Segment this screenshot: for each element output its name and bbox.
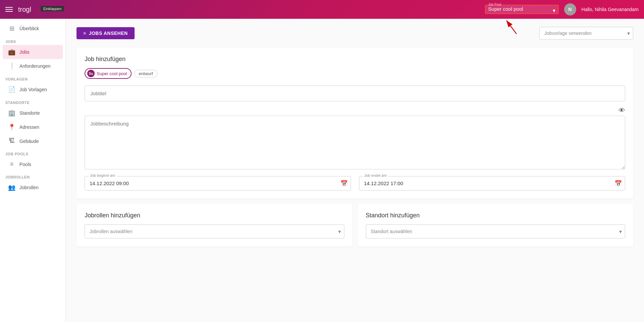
job-end-wrapper: Job endet am 📅 [359, 176, 626, 191]
jobrollen-select[interactable]: Jobrollen auswählen [85, 224, 344, 238]
sidebar-item-label: Adressen [19, 124, 39, 130]
sidebar-section-jobrollen: JOBROLLEN [0, 171, 65, 180]
standort-title: Standort hinzufügen [366, 212, 626, 219]
app-logo: trogl [18, 6, 31, 13]
sidebar-item-label: Jobrollen [19, 185, 39, 190]
job-pool-label: Job Pool [488, 3, 501, 6]
jobs-icon: 💼 [8, 48, 15, 56]
overview-icon: ⊞ [8, 25, 15, 32]
tag-pool: Su Super cool pool [85, 68, 132, 79]
sidebar-item-overview[interactable]: ⊞ Überblick [3, 21, 63, 36]
sidebar-item-label: Pools [19, 162, 31, 167]
tag-pool-avatar: Su [87, 70, 95, 77]
hamburger-icon[interactable] [5, 7, 13, 12]
sidebar-item-label: Anforderungen [19, 63, 51, 69]
sidebar-item-label: Jobs [19, 49, 30, 55]
sidebar-item-label: Gebäude [19, 139, 39, 144]
standort-card: Standort hinzufügen Standort auswählen ▾ [358, 204, 634, 247]
sidebar-section-job-pools: JOB POOLS [0, 148, 65, 157]
eye-icon-wrapper: 👁 [85, 107, 625, 114]
sidebar: ⊞ Überblick JOBS 💼 Jobs ❕ Anforderungen … [0, 19, 66, 322]
job-vorlagen-icon: 📄 [8, 86, 15, 93]
sidebar-item-anforderungen[interactable]: ❕ Anforderungen [3, 59, 63, 73]
calendar-end-icon[interactable]: 📅 [614, 180, 622, 187]
tags-row: Su Super cool pool entwurf [85, 68, 625, 79]
tag-entwurf: entwurf [134, 70, 157, 77]
header-left: trogl Einklappen [5, 5, 68, 14]
header: trogl Einklappen Job Pool Super cool poo… [0, 0, 644, 19]
sidebar-item-job-vorlagen[interactable]: 📄 Job Vorlagen [3, 83, 63, 97]
sidebar-item-adressen[interactable]: 📍 Adressen [3, 120, 63, 134]
job-start-wrapper: Job beginnt am 📅 [85, 176, 351, 191]
jobs-ansehen-button[interactable]: ≡ JOBS ANSEHEN [77, 27, 135, 39]
sidebar-section-vorlagen: VORLAGEN [0, 73, 65, 83]
sidebar-item-label: Standorte [19, 110, 40, 116]
job-start-input[interactable] [85, 176, 351, 191]
job-pool-select[interactable]: Super cool pool [488, 6, 555, 12]
jobbeschreibung-input[interactable] [85, 116, 625, 169]
sidebar-item-jobrollen[interactable]: 👥 Jobrollen [3, 180, 63, 195]
sidebar-item-standorte[interactable]: 🏢 Standorte [3, 106, 63, 120]
bottom-cards-row: Jobrollen hinzufügen Jobrollen auswählen… [77, 204, 633, 247]
jobvorlage-wrapper: Jobvorlage verwenden ▾ [539, 27, 633, 40]
dates-row: Job beginnt am 📅 Job endet am 📅 [85, 176, 625, 191]
job-end-input[interactable] [359, 176, 626, 191]
header-right: Job Pool Super cool pool ▾ N Hallo, Nihi… [485, 3, 639, 15]
pools-icon: ≡ [8, 161, 15, 168]
anforderungen-icon: ❕ [8, 62, 15, 70]
preview-eye-icon[interactable]: 👁 [618, 107, 625, 114]
sidebar-item-label: Überblick [19, 26, 39, 31]
form-title: Job hinzufügen [85, 56, 625, 63]
sidebar-item-gebaeude[interactable]: 🏗 Gebäude [3, 134, 63, 148]
gebaeude-icon: 🏗 [8, 138, 15, 145]
sidebar-section-jobs: JOBS [0, 36, 65, 45]
job-start-label: Job beginnt am [89, 173, 116, 177]
sidebar-item-jobs[interactable]: 💼 Jobs [3, 45, 63, 59]
standort-select-wrapper: Standort auswählen ▾ [366, 224, 626, 238]
user-greeting: Hallo, Nihila Geevanandam [582, 7, 639, 12]
jobvorlage-select[interactable]: Jobvorlage verwenden [539, 27, 633, 40]
jobs-ansehen-icon: ≡ [83, 31, 86, 36]
standort-select[interactable]: Standort auswählen [366, 224, 626, 238]
jobtitel-input[interactable] [85, 86, 625, 101]
jobrollen-select-wrapper: Jobrollen auswählen ▾ [85, 224, 344, 238]
jobtitel-field [85, 86, 625, 101]
einklappen-tooltip: Einklappen [41, 6, 64, 11]
jobrollen-icon: 👥 [8, 184, 15, 191]
sidebar-section-standorte: STANDORTE [0, 97, 65, 106]
job-pool-wrapper: Job Pool Super cool pool ▾ [485, 5, 559, 14]
job-end-label: Job endet am [363, 173, 388, 177]
avatar: N [564, 3, 576, 15]
sidebar-item-label: Job Vorlagen [19, 87, 47, 92]
sidebar-item-pools[interactable]: ≡ Pools [3, 157, 63, 171]
top-bar: ≡ JOBS ANSEHEN Jobvorlage verwenden ▾ [77, 27, 633, 40]
jobrollen-title: Jobrollen hinzufügen [85, 212, 344, 219]
jobbeschreibung-field [85, 116, 625, 171]
calendar-start-icon[interactable]: 📅 [340, 180, 348, 187]
job-form-card: Job hinzufügen Su Super cool pool entwur… [77, 48, 633, 199]
standorte-icon: 🏢 [8, 109, 15, 117]
adressen-icon: 📍 [8, 123, 15, 131]
tag-pool-name: Super cool pool [97, 71, 127, 76]
jobrollen-card: Jobrollen hinzufügen Jobrollen auswählen… [77, 204, 352, 247]
app-body: ⊞ Überblick JOBS 💼 Jobs ❕ Anforderungen … [0, 19, 644, 322]
main-content: ≡ JOBS ANSEHEN Jobvorlage verwenden ▾ Jo… [66, 19, 644, 322]
